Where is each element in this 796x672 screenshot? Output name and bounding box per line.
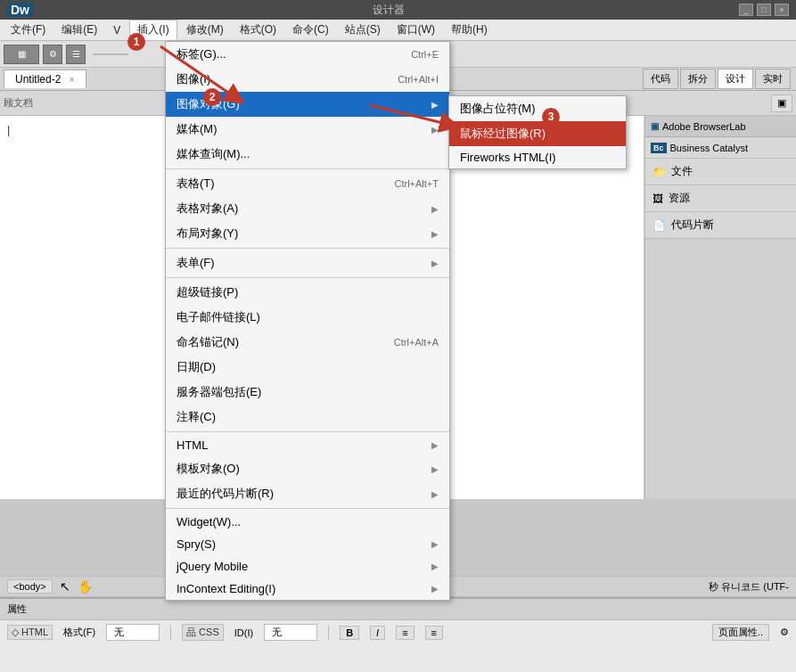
minimize-button[interactable]: _: [739, 4, 753, 16]
menu-edit[interactable]: 编辑(E): [54, 20, 104, 39]
id-label: ID(I): [234, 627, 253, 638]
cursor-indicator: |: [7, 123, 10, 136]
view-split-button[interactable]: 拆分: [680, 69, 716, 89]
code-toolbar-label: 顾文档: [4, 96, 33, 110]
submenu-rollover[interactable]: 鼠标经过图像(R): [449, 121, 626, 146]
menu-item-widget[interactable]: Widget(W)...: [166, 511, 449, 533]
menu-item-html[interactable]: HTML ▶: [166, 434, 449, 456]
submenu-placeholder-label: 图像占位符(M): [460, 101, 536, 117]
menu-item-spry[interactable]: Spry(S) ▶: [166, 533, 449, 555]
recent-snippets-arrow-icon: ▶: [431, 489, 439, 499]
insert-dropdown-menu[interactable]: 标签(G)... Ctrl+E 图像(I) Ctrl+Alt+I 图像对象(G)…: [165, 41, 450, 601]
view-design-button[interactable]: 设计: [718, 69, 753, 89]
toolbar-sep: [93, 53, 128, 55]
menu-item-comment-label: 注释(C): [176, 409, 216, 425]
encoding-label: 秒 유니코드 (UTF-: [709, 580, 789, 594]
format-label: 格式(F): [63, 626, 95, 639]
menu-item-image-shortcut: Ctrl+Alt+I: [398, 74, 439, 85]
submenu-fireworks[interactable]: Fireworks HTML(I): [449, 146, 626, 168]
browser-lab-header: ▣ Adobe BrowserLab: [645, 116, 796, 137]
menu-item-layout-object-label: 布局对象(Y): [176, 225, 238, 242]
menu-command[interactable]: 命令(C): [285, 20, 336, 39]
submenu-placeholder[interactable]: 图像占位符(M): [449, 96, 626, 121]
step-badge-2: 2: [203, 88, 221, 106]
menu-item-hyperlink[interactable]: 超级链接(P): [166, 280, 449, 305]
menu-item-tag-label: 标签(G)...: [176, 46, 226, 62]
settings-gear-icon[interactable]: ⚙: [780, 627, 789, 638]
layout-object-arrow-icon: ▶: [431, 229, 439, 239]
title-bar: Dw 设计器 _ □ ×: [0, 0, 796, 20]
menu-item-table[interactable]: 表格(T) Ctrl+Alt+T: [166, 171, 449, 196]
menu-item-tag[interactable]: 标签(G)... Ctrl+E: [166, 42, 449, 67]
submenu-arrow-icon: ▶: [431, 100, 439, 110]
menu-item-template-object-label: 模板对象(O): [176, 461, 240, 477]
bold-button[interactable]: B: [340, 626, 359, 640]
menu-item-table-object[interactable]: 表格对象(A) ▶: [166, 196, 449, 221]
tab-name: Untitled-2: [15, 73, 61, 86]
menu-item-html-label: HTML: [176, 438, 208, 452]
menu-item-widget-label: Widget(W)...: [176, 515, 241, 529]
menu-item-incontext-label: InContext Editing(I): [176, 582, 275, 595]
toolbar-icon-settings[interactable]: ⚙: [43, 45, 62, 64]
list2-button[interactable]: ≡: [425, 626, 443, 640]
menu-help[interactable]: 帮助(H): [444, 20, 495, 39]
view-realtime-button[interactable]: 实时: [755, 69, 791, 89]
template-object-arrow-icon: ▶: [431, 464, 439, 474]
italic-button[interactable]: I: [370, 626, 385, 640]
menu-item-jquery-mobile[interactable]: jQuery Mobile ▶: [166, 555, 449, 578]
menu-item-named-anchor[interactable]: 命名锚记(N) Ctrl+Alt+A: [166, 330, 449, 355]
menu-item-incontext[interactable]: InContext Editing(I) ▶: [166, 578, 449, 600]
menu-item-recent-snippets-label: 最近的代码片断(R): [176, 486, 274, 502]
table-object-arrow-icon: ▶: [431, 204, 439, 214]
image-object-submenu[interactable]: 图像占位符(M) 鼠标经过图像(R) Fireworks HTML(I): [448, 95, 627, 169]
menu-item-date[interactable]: 日期(D): [166, 355, 449, 380]
toolbar-browse-icon[interactable]: ▣: [771, 94, 792, 112]
menu-item-media[interactable]: 媒体(M) ▶: [166, 117, 449, 142]
toolbar-icon-grid[interactable]: ▦: [4, 45, 39, 64]
menu-item-tag-shortcut: Ctrl+E: [411, 49, 439, 60]
menu-item-media-query[interactable]: 媒体查询(M)...: [166, 142, 449, 167]
snippets-label: 代码片断: [671, 217, 714, 233]
menu-file[interactable]: 文件(F): [4, 20, 53, 39]
menu-item-hyperlink-label: 超级链接(P): [176, 284, 238, 300]
menu-item-spry-label: Spry(S): [176, 537, 216, 551]
menu-item-recent-snippets[interactable]: 最近的代码片断(R) ▶: [166, 481, 449, 506]
close-button[interactable]: ×: [775, 4, 789, 16]
menu-item-table-object-label: 表格对象(A): [176, 201, 238, 217]
document-tab[interactable]: Untitled-2 ×: [4, 70, 86, 88]
html-arrow-icon: ▶: [431, 440, 439, 450]
maximize-button[interactable]: □: [757, 4, 771, 16]
menu-item-email-link[interactable]: 电子邮件链接(L): [166, 305, 449, 330]
menu-window[interactable]: 窗口(W): [390, 20, 442, 39]
view-code-button[interactable]: 代码: [643, 69, 678, 89]
menu-modify[interactable]: 修改(M): [179, 20, 231, 39]
menu-sep-2: [166, 248, 449, 249]
props-sep2: [328, 626, 329, 640]
menu-sep-3: [166, 277, 449, 278]
menu-site[interactable]: 站点(S): [338, 20, 388, 39]
css-label: 品 CSS: [182, 624, 224, 641]
menu-sep-4: [166, 431, 449, 432]
props-sep1: [170, 626, 171, 640]
menu-bar: 文件(F) 编辑(E) V 插入(I) 修改(M) 格式(O) 命令(C) 站点…: [0, 20, 796, 41]
menu-item-comment[interactable]: 注释(C): [166, 405, 449, 430]
tab-close-button[interactable]: ×: [70, 75, 75, 85]
menu-item-server-include[interactable]: 服务器端包括(E): [166, 380, 449, 405]
menu-view[interactable]: V: [106, 22, 127, 38]
page-props-button[interactable]: 页面属性..: [712, 624, 769, 641]
menu-item-template-object[interactable]: 模板对象(O) ▶: [166, 456, 449, 481]
tag-selector[interactable]: <body>: [7, 579, 53, 594]
panel-files[interactable]: 📁 文件: [645, 159, 796, 185]
menu-item-named-anchor-shortcut: Ctrl+Alt+A: [394, 337, 439, 348]
id-value[interactable]: 无: [264, 624, 317, 641]
menu-item-form[interactable]: 表单(F) ▶: [166, 250, 449, 275]
incontext-arrow-icon: ▶: [431, 584, 439, 594]
menu-format[interactable]: 格式(O): [233, 20, 283, 39]
panel-snippets[interactable]: 📄 代码片断: [645, 212, 796, 239]
menu-item-layout-object[interactable]: 布局对象(Y) ▶: [166, 221, 449, 246]
panel-assets[interactable]: 🖼 资源: [645, 185, 796, 212]
format-value[interactable]: 无: [106, 624, 160, 641]
list1-button[interactable]: ≡: [396, 626, 414, 640]
toolbar-icon-menu[interactable]: ☰: [66, 45, 86, 64]
cursor-icon: ↖: [60, 579, 70, 594]
